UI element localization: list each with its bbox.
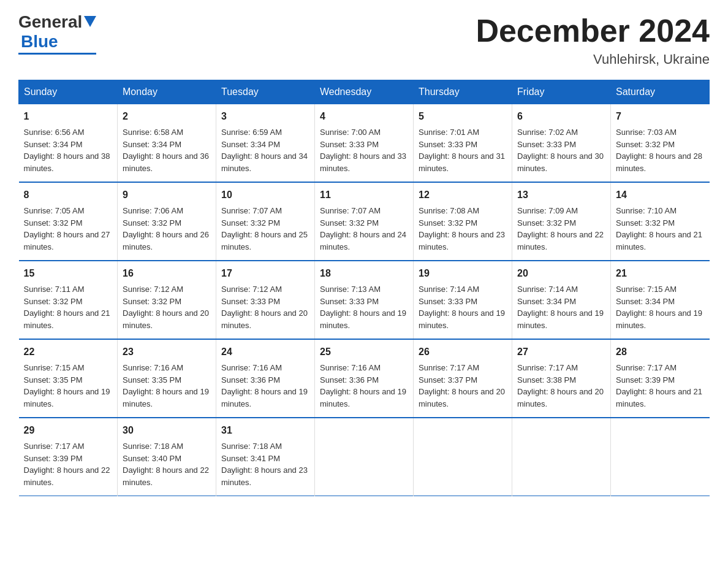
day-cell: 14 Sunrise: 7:10 AM Sunset: 3:32 PM Dayl… — [611, 182, 710, 261]
day-cell — [611, 418, 710, 496]
day-cell: 27 Sunrise: 7:17 AM Sunset: 3:38 PM Dayl… — [512, 339, 611, 418]
day-sunrise: Sunrise: 7:12 AM — [123, 285, 183, 294]
day-sunrise: Sunrise: 7:06 AM — [123, 206, 183, 215]
day-cell: 30 Sunrise: 7:18 AM Sunset: 3:40 PM Dayl… — [118, 418, 216, 496]
day-sunset: Sunset: 3:32 PM — [123, 218, 181, 228]
day-daylight: Daylight: 8 hours and 28 minutes. — [616, 151, 702, 173]
day-number: 22 — [24, 345, 113, 359]
day-cell: 28 Sunrise: 7:17 AM Sunset: 3:39 PM Dayl… — [611, 339, 710, 418]
day-number: 21 — [616, 266, 705, 281]
day-number: 11 — [320, 188, 408, 202]
day-number: 2 — [123, 109, 211, 124]
day-daylight: Daylight: 8 hours and 31 minutes. — [419, 151, 505, 173]
page-header: General Blue December 2024 Vuhlehirsk, U… — [18, 12, 710, 67]
day-number: 30 — [123, 423, 211, 438]
day-sunrise: Sunrise: 7:14 AM — [517, 285, 578, 294]
day-cell: 22 Sunrise: 7:15 AM Sunset: 3:35 PM Dayl… — [19, 339, 118, 418]
day-daylight: Daylight: 8 hours and 23 minutes. — [221, 465, 308, 487]
day-sunrise: Sunrise: 7:17 AM — [24, 442, 85, 451]
day-sunrise: Sunrise: 7:16 AM — [123, 363, 183, 372]
day-number: 9 — [123, 188, 211, 202]
day-sunset: Sunset: 3:38 PM — [517, 375, 576, 385]
logo: General Blue — [18, 12, 96, 55]
day-sunrise: Sunrise: 6:59 AM — [221, 128, 282, 137]
day-daylight: Daylight: 8 hours and 19 minutes. — [616, 308, 702, 330]
day-daylight: Daylight: 8 hours and 36 minutes. — [123, 151, 209, 173]
day-sunrise: Sunrise: 7:16 AM — [320, 363, 381, 372]
day-cell: 20 Sunrise: 7:14 AM Sunset: 3:34 PM Dayl… — [512, 261, 611, 339]
logo-triangle-icon — [84, 16, 96, 27]
day-daylight: Daylight: 8 hours and 20 minutes. — [517, 387, 604, 408]
day-sunrise: Sunrise: 7:13 AM — [320, 285, 381, 294]
day-sunset: Sunset: 3:32 PM — [517, 218, 576, 228]
week-row-1: 1 Sunrise: 6:56 AM Sunset: 3:34 PM Dayli… — [19, 104, 710, 183]
day-number: 3 — [221, 109, 309, 124]
day-daylight: Daylight: 8 hours and 19 minutes. — [320, 387, 406, 408]
month-title: December 2024 — [476, 12, 710, 49]
day-cell: 16 Sunrise: 7:12 AM Sunset: 3:32 PM Dayl… — [118, 261, 216, 339]
day-cell: 12 Sunrise: 7:08 AM Sunset: 3:32 PM Dayl… — [414, 182, 512, 261]
day-daylight: Daylight: 8 hours and 34 minutes. — [221, 151, 308, 173]
day-number: 13 — [517, 188, 605, 202]
day-number: 27 — [517, 345, 605, 359]
day-sunset: Sunset: 3:34 PM — [24, 140, 83, 149]
day-number: 6 — [517, 109, 605, 124]
day-number: 26 — [419, 345, 507, 359]
day-daylight: Daylight: 8 hours and 20 minutes. — [221, 308, 308, 330]
day-sunrise: Sunrise: 7:03 AM — [616, 128, 677, 137]
day-daylight: Daylight: 8 hours and 19 minutes. — [123, 387, 209, 408]
day-number: 25 — [320, 345, 408, 359]
weekday-header-row: SundayMondayTuesdayWednesdayThursdayFrid… — [19, 80, 710, 104]
day-number: 10 — [221, 188, 309, 202]
day-number: 23 — [123, 345, 211, 359]
day-sunrise: Sunrise: 7:01 AM — [419, 128, 479, 137]
day-daylight: Daylight: 8 hours and 20 minutes. — [419, 387, 505, 408]
day-daylight: Daylight: 8 hours and 21 minutes. — [24, 308, 110, 330]
day-sunrise: Sunrise: 7:14 AM — [419, 285, 479, 294]
day-sunset: Sunset: 3:39 PM — [24, 454, 83, 463]
day-cell: 21 Sunrise: 7:15 AM Sunset: 3:34 PM Dayl… — [611, 261, 710, 339]
day-cell: 3 Sunrise: 6:59 AM Sunset: 3:34 PM Dayli… — [216, 104, 315, 183]
day-cell: 15 Sunrise: 7:11 AM Sunset: 3:32 PM Dayl… — [19, 261, 118, 339]
weekday-header-sunday: Sunday — [19, 80, 118, 104]
day-sunset: Sunset: 3:33 PM — [320, 140, 379, 149]
day-cell: 5 Sunrise: 7:01 AM Sunset: 3:33 PM Dayli… — [414, 104, 512, 183]
logo-blue-text: Blue — [21, 32, 58, 51]
calendar-table: SundayMondayTuesdayWednesdayThursdayFrid… — [18, 80, 710, 496]
day-cell: 26 Sunrise: 7:17 AM Sunset: 3:37 PM Dayl… — [414, 339, 512, 418]
day-daylight: Daylight: 8 hours and 30 minutes. — [517, 151, 604, 173]
week-row-4: 22 Sunrise: 7:15 AM Sunset: 3:35 PM Dayl… — [19, 339, 710, 418]
day-sunset: Sunset: 3:33 PM — [320, 297, 379, 306]
day-sunset: Sunset: 3:34 PM — [517, 297, 576, 306]
day-sunrise: Sunrise: 7:16 AM — [221, 363, 282, 372]
day-sunset: Sunset: 3:32 PM — [616, 140, 675, 149]
day-cell: 6 Sunrise: 7:02 AM Sunset: 3:33 PM Dayli… — [512, 104, 611, 183]
day-sunrise: Sunrise: 7:07 AM — [221, 206, 282, 215]
day-number: 7 — [616, 109, 705, 124]
day-cell: 31 Sunrise: 7:18 AM Sunset: 3:41 PM Dayl… — [216, 418, 315, 496]
day-daylight: Daylight: 8 hours and 22 minutes. — [123, 465, 209, 487]
day-cell: 1 Sunrise: 6:56 AM Sunset: 3:34 PM Dayli… — [19, 104, 118, 183]
day-sunset: Sunset: 3:32 PM — [419, 218, 477, 228]
weekday-header-tuesday: Tuesday — [216, 80, 315, 104]
day-sunset: Sunset: 3:37 PM — [419, 375, 477, 385]
day-cell: 25 Sunrise: 7:16 AM Sunset: 3:36 PM Dayl… — [315, 339, 414, 418]
day-number: 1 — [24, 109, 113, 124]
day-sunrise: Sunrise: 7:17 AM — [419, 363, 479, 372]
day-sunrise: Sunrise: 6:58 AM — [123, 128, 183, 137]
day-sunset: Sunset: 3:33 PM — [221, 297, 280, 306]
day-cell: 7 Sunrise: 7:03 AM Sunset: 3:32 PM Dayli… — [611, 104, 710, 183]
logo-underline — [18, 53, 96, 55]
day-sunset: Sunset: 3:34 PM — [221, 140, 280, 149]
day-sunset: Sunset: 3:32 PM — [24, 218, 83, 228]
day-sunset: Sunset: 3:33 PM — [419, 140, 477, 149]
day-sunrise: Sunrise: 6:56 AM — [24, 128, 85, 137]
day-daylight: Daylight: 8 hours and 27 minutes. — [24, 230, 110, 251]
day-daylight: Daylight: 8 hours and 38 minutes. — [24, 151, 110, 173]
day-sunrise: Sunrise: 7:09 AM — [517, 206, 578, 215]
day-cell: 10 Sunrise: 7:07 AM Sunset: 3:32 PM Dayl… — [216, 182, 315, 261]
day-sunset: Sunset: 3:32 PM — [616, 218, 675, 228]
day-number: 19 — [419, 266, 507, 281]
day-daylight: Daylight: 8 hours and 21 minutes. — [616, 230, 702, 251]
day-cell: 19 Sunrise: 7:14 AM Sunset: 3:33 PM Dayl… — [414, 261, 512, 339]
